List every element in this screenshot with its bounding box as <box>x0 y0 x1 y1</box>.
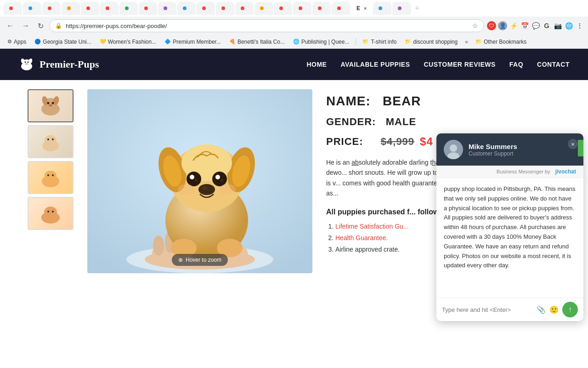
tab-2[interactable] <box>23 2 41 15</box>
svg-point-13 <box>49 104 52 107</box>
tab-20[interactable] <box>373 2 391 15</box>
chat-input-field[interactable] <box>442 306 533 313</box>
bookmark-georgia[interactable]: 🔵 Georgia State Uni... <box>31 38 95 46</box>
translate-icon[interactable]: G <box>542 21 551 30</box>
jivochat-logo: jivochat <box>555 168 576 175</box>
bookmark-discount-label: discount shopping <box>413 39 458 45</box>
bookmark-apps[interactable]: ⚙ Apps <box>4 38 30 46</box>
tab-9[interactable] <box>158 2 176 15</box>
nav-home[interactable]: HOME <box>306 61 327 68</box>
bookmark-discount[interactable]: 📁 discount shopping <box>401 38 461 46</box>
nav-available-puppies[interactable]: AVAILABLE PUPPIES <box>340 61 410 68</box>
bookmark-fashion-label: Women's Fashion... <box>108 39 156 45</box>
premium-bookmark-icon: 🔷 <box>164 39 171 45</box>
chat-powered-bar: Business Messenger by jivochat <box>436 166 583 178</box>
tab-15[interactable] <box>274 2 292 15</box>
profile-icon[interactable]: 👤 <box>498 21 507 30</box>
svg-point-11 <box>47 102 50 104</box>
chat-avatar <box>444 140 463 159</box>
gender-label: GENDER: <box>326 116 376 127</box>
thumbnail-4[interactable] <box>28 197 74 230</box>
lock-icon: 🔒 <box>55 23 62 29</box>
extensions-icon[interactable]: 🛡 <box>487 21 496 30</box>
tab-21[interactable] <box>392 2 411 15</box>
bookmarks-more[interactable]: » <box>462 38 471 46</box>
zoom-icon: ⊕ <box>178 257 183 263</box>
back-button[interactable]: ← <box>4 20 17 32</box>
other-bookmark-icon: 📁 <box>475 39 482 45</box>
bookmark-publishing[interactable]: 🌐 Publishing | Quee... <box>289 38 353 46</box>
satisfaction-link[interactable]: Lifetime Satisfaction Gu... <box>335 223 409 230</box>
thumb-dog-icon-3 <box>37 166 64 189</box>
svg-point-19 <box>45 171 57 181</box>
svg-point-24 <box>47 211 49 213</box>
tab-12[interactable] <box>216 2 234 15</box>
tab-13[interactable] <box>235 2 254 15</box>
address-bar[interactable]: 🔒 https://premier-pups.com/bear-poodle/ … <box>49 19 484 32</box>
chat-ext-icon[interactable]: 💬 <box>531 21 540 30</box>
svg-point-45 <box>195 179 198 182</box>
tab-1[interactable] <box>4 2 22 15</box>
tab-14[interactable] <box>254 2 273 15</box>
tab-18[interactable] <box>332 2 350 15</box>
site-logo[interactable]: Premier-Pups <box>18 56 99 73</box>
bookmark-benetti[interactable]: 🍕 Benetti's Italia Co... <box>226 38 288 46</box>
hover-zoom-button[interactable]: ⊕ Hover to zoom <box>172 254 228 266</box>
tab-17[interactable] <box>312 2 331 15</box>
chat-emoji-button[interactable]: 🙂 <box>549 305 559 314</box>
nav-faq[interactable]: FAQ <box>509 61 523 68</box>
toolbar: ← → ↻ 🔒 https://premier-pups.com/bear-po… <box>0 17 588 35</box>
product-name: NAME: BEAR <box>326 94 560 109</box>
thumbnail-2[interactable] <box>28 125 74 158</box>
tab-4[interactable] <box>62 2 80 15</box>
bookmark-star-icon[interactable]: ☆ <box>472 22 478 29</box>
bookmark-premium[interactable]: 🔷 Premium Member... <box>161 38 225 46</box>
tab-6[interactable] <box>100 2 119 15</box>
extension-1[interactable]: ⚡ <box>509 21 518 30</box>
bookmarks-bar: ⚙ Apps 🔵 Georgia State Uni... 💛 Women's … <box>0 35 588 49</box>
tab-11[interactable] <box>197 2 215 15</box>
main-product-image-wrap: ⊕ Hover to zoom <box>87 89 312 273</box>
tab-bar: E × + <box>0 0 588 17</box>
price-label: PRICE: <box>326 136 363 148</box>
tab-5[interactable] <box>81 2 99 15</box>
nav-contact[interactable]: CONTACT <box>537 61 570 68</box>
camera-icon[interactable]: 📷 <box>553 21 562 30</box>
reload-button[interactable]: ↻ <box>35 20 46 32</box>
gender-value: MALE <box>386 116 416 127</box>
tab-16[interactable] <box>293 2 311 15</box>
bookmark-other[interactable]: 📁 Other Bookmarks <box>472 38 530 46</box>
bookmark-fashion[interactable]: 💛 Women's Fashion... <box>96 38 160 46</box>
tab-7[interactable] <box>119 2 138 15</box>
bookmark-tshirt[interactable]: 📁 T-shirt info <box>359 38 400 46</box>
new-tab-button[interactable]: + <box>412 4 422 13</box>
tab-active[interactable]: E × <box>351 2 372 15</box>
health-link[interactable]: Health Guarantee. <box>335 234 388 242</box>
chat-send-button[interactable]: ↑ <box>562 302 578 317</box>
chat-header: Mike Summers Customer Support × <box>436 133 583 166</box>
menu-icon[interactable]: ⋮ <box>575 21 584 30</box>
nav-customer-reviews[interactable]: CUSTOMER REVIEWS <box>424 61 496 68</box>
forward-button[interactable]: → <box>19 20 32 32</box>
tab-close-icon[interactable]: × <box>364 6 367 11</box>
thumbnail-1[interactable] <box>28 89 74 122</box>
svg-point-47 <box>198 184 215 195</box>
bookmark-apps-label: Apps <box>14 39 26 45</box>
bookmark-benetti-label: Benetti's Italia Co... <box>237 39 285 45</box>
svg-point-50 <box>219 184 236 195</box>
chat-attach-button[interactable]: 📎 <box>537 305 546 314</box>
svg-point-6 <box>25 63 28 65</box>
thumbnail-3[interactable] <box>28 161 74 194</box>
svg-point-20 <box>47 174 49 176</box>
tab-8[interactable] <box>139 2 157 15</box>
svg-point-42 <box>212 172 227 186</box>
world-icon[interactable]: 🌐 <box>564 21 573 30</box>
chat-close-button[interactable]: × <box>568 139 578 149</box>
tab-3[interactable] <box>42 2 61 15</box>
calendar-icon[interactable]: 📅 <box>520 21 529 30</box>
main-product-image <box>87 89 312 273</box>
logo-text: Premier-Pups <box>40 58 99 70</box>
tab-10[interactable] <box>177 2 196 15</box>
chat-online-indicator <box>578 140 583 156</box>
bookmark-georgia-label: Georgia State Uni... <box>43 39 91 45</box>
